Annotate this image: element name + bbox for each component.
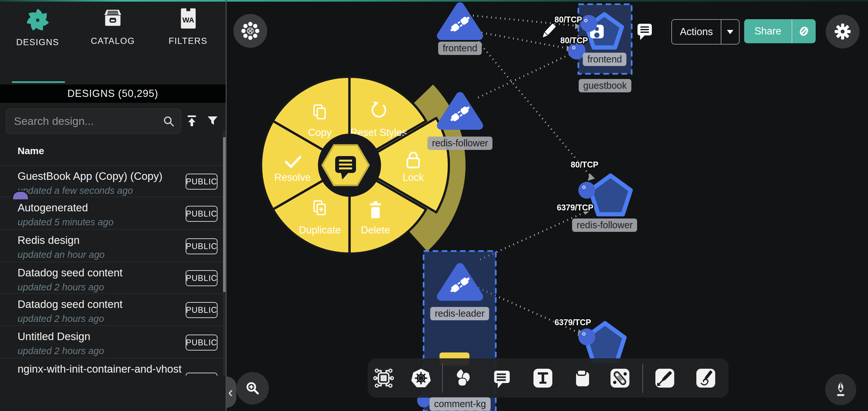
caret-down-icon — [727, 30, 734, 34]
edge-label: 80/TCP — [560, 36, 588, 45]
visibility-badge[interactable]: PUBLIC — [186, 334, 217, 351]
design-canvas[interactable]: Copy Reset Styles Delete Duplicate — [226, 0, 868, 411]
circle-node-1 — [580, 15, 597, 32]
upload-icon — [186, 115, 197, 127]
node-label-redis-leader-svc: redis-leader — [430, 307, 489, 320]
design-row-1[interactable]: GuestBook App (Copy) (Copy) updated a fe… — [0, 166, 223, 197]
edge-draw-tool[interactable] — [654, 368, 676, 389]
redis-follower-deployment-node[interactable] — [590, 176, 631, 214]
meshery-logo-icon — [25, 7, 51, 33]
settings-button[interactable] — [826, 14, 860, 49]
app-window: DESIGNS CATALOG — [0, 0, 868, 411]
components-tool[interactable] — [373, 368, 394, 389]
catalog-drawer-icon — [102, 7, 124, 33]
shapes-tool[interactable] — [453, 368, 474, 389]
gear-icon — [833, 22, 853, 41]
copy-link-button[interactable] — [792, 24, 816, 38]
search-icon[interactable] — [162, 115, 175, 129]
share-button[interactable]: Share — [744, 19, 816, 43]
zoom-in-icon — [244, 379, 262, 397]
design-row-5[interactable]: Datadog seed content updated 2 hours ago… — [0, 294, 223, 326]
radial-context-menu: Copy Reset Styles Delete Duplicate — [261, 77, 466, 254]
visibility-badge[interactable]: PUBLIC — [186, 206, 217, 222]
visibility-badge[interactable]: PUBLIC — [186, 373, 217, 376]
radial-duplicate-label: Duplicate — [299, 224, 341, 236]
panel-title: DESIGNS (50,295) — [67, 88, 158, 99]
funnel-icon — [207, 116, 218, 126]
delete-icon — [370, 201, 381, 218]
edge-frontend-guestbook-2 — [477, 32, 570, 49]
tab-filters-label: FILTERS — [155, 36, 220, 46]
design-row-6[interactable]: Untitled Design updated 2 hours ago PUBL… — [0, 326, 223, 358]
comment-tool[interactable] — [491, 368, 513, 389]
actions-dropdown-button[interactable] — [721, 30, 739, 34]
active-tab-underline — [12, 81, 65, 83]
snowflake-icon — [240, 21, 260, 41]
toolbar-divider — [442, 363, 443, 393]
pagination-footer: Rows 25 1-25 50295 ‹ › — [0, 376, 226, 411]
link-edge-tool[interactable] — [609, 368, 631, 389]
radial-center-badge[interactable] — [318, 134, 381, 197]
visibility-badge[interactable]: PUBLIC — [186, 174, 217, 189]
design-row-2[interactable]: Autogenerated updated 5 minutes ago PUBL… — [0, 197, 223, 230]
radial-lock-label: Lock — [402, 172, 424, 183]
design-row-7[interactable]: nginx-with-init-container-and-vhost PUBL… — [0, 358, 223, 376]
visibility-badge[interactable]: PUBLIC — [186, 270, 217, 286]
link-icon — [797, 24, 811, 38]
zoom-in-button[interactable] — [236, 372, 269, 405]
design-row-4[interactable]: Datadog seed content updated 2 hours ago… — [0, 262, 223, 294]
search-input[interactable] — [13, 109, 154, 133]
text-tool[interactable] — [532, 368, 554, 389]
actions-button[interactable]: Actions — [671, 19, 740, 45]
node-label-comment-kg: comment-kg — [429, 397, 491, 411]
designs-sidebar: DESIGNS CATALOG — [0, 2, 226, 411]
node-label-frontend-pod: frontend — [583, 53, 626, 66]
radial-delete-label: Delete — [361, 224, 390, 236]
node-label-redis-follower-pod: redis-follower — [572, 218, 637, 232]
edge-label: 6379/TCP — [557, 203, 594, 212]
node-label-redis-follower-svc: redis-follower — [428, 137, 493, 150]
column-header-name: Name — [18, 145, 44, 156]
tab-designs[interactable]: DESIGNS — [5, 2, 70, 48]
radial-copy-label: Copy — [308, 127, 332, 138]
visibility-badge[interactable]: PUBLIC — [186, 238, 217, 254]
wasm-filter-icon: WA — [178, 7, 198, 33]
radial-resolve-label: Resolve — [274, 172, 311, 183]
upload-design-button[interactable] — [183, 113, 200, 129]
tab-catalog[interactable]: CATALOG — [80, 2, 145, 46]
note-tool[interactable] — [572, 368, 593, 389]
panel-title-band: DESIGNS (50,295) — [0, 85, 226, 103]
actions-button-label: Actions — [672, 26, 721, 38]
relayout-button[interactable] — [234, 14, 267, 48]
pencil-cursor-icon — [541, 23, 556, 39]
node-label-guestbook-group: guestbook — [579, 79, 631, 92]
edge-label: 80/TCP — [555, 15, 582, 24]
node-label-frontend-svc: frontend — [438, 41, 482, 55]
edge-label: 6379/TCP — [555, 318, 591, 327]
redis-follower-service-node[interactable] — [441, 96, 479, 125]
comment-indicator-icon[interactable] — [638, 24, 652, 40]
pen-nib-icon — [830, 379, 851, 400]
toolbar-divider — [642, 363, 643, 393]
circle-node-4 — [578, 328, 595, 345]
circle-node-3 — [578, 182, 595, 199]
share-button-label: Share — [744, 25, 792, 37]
filter-designs-button[interactable] — [204, 113, 221, 129]
freehand-draw-tool[interactable] — [695, 368, 716, 389]
edge-redisfollower-guestbook — [478, 54, 571, 97]
design-row-3[interactable]: Redis design updated an hour ago PUBLIC — [0, 230, 223, 262]
pen-tool-button[interactable] — [825, 374, 856, 405]
kubernetes-tool[interactable] — [410, 368, 432, 389]
search-box — [6, 109, 181, 134]
sidebar-tabs: DESIGNS CATALOG — [0, 2, 226, 77]
svg-text:WA: WA — [182, 16, 194, 24]
frontend-service-node[interactable] — [441, 6, 479, 36]
tab-filters[interactable]: WA FILTERS — [155, 2, 220, 46]
visibility-badge[interactable]: PUBLIC — [186, 302, 217, 318]
tab-designs-label: DESIGNS — [5, 37, 70, 48]
tab-catalog-label: CATALOG — [80, 36, 145, 46]
edge-label: 80/TCP — [571, 160, 598, 169]
